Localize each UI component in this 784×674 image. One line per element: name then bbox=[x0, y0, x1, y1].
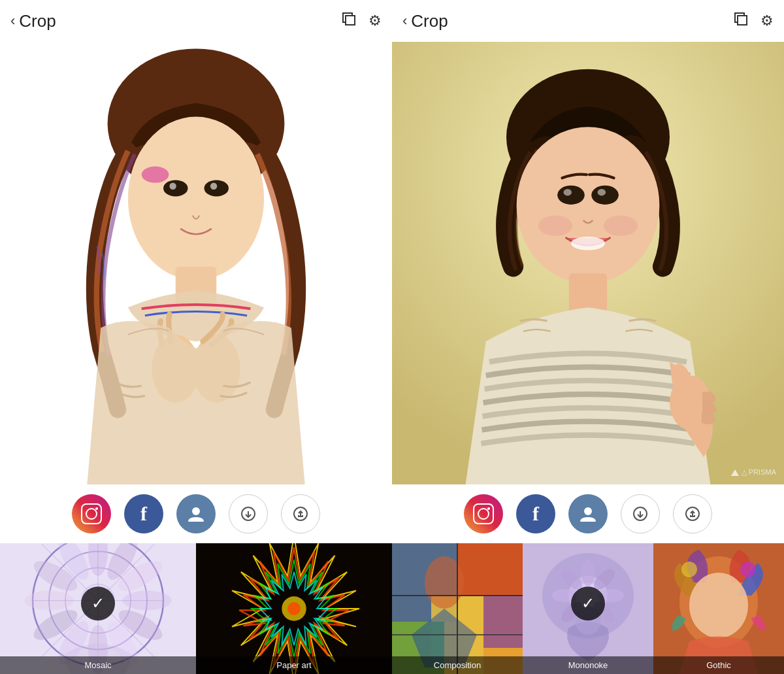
instagram-icon bbox=[81, 503, 102, 524]
paperart-thumb bbox=[196, 543, 392, 674]
left-header-actions: ⚙ bbox=[341, 11, 382, 31]
download-icon bbox=[241, 507, 255, 521]
svg-rect-65 bbox=[457, 543, 523, 596]
right-title: Crop bbox=[411, 11, 448, 31]
svg-rect-45 bbox=[738, 16, 747, 25]
left-settings-icon[interactable]: ⚙ bbox=[368, 14, 382, 28]
left-title: Crop bbox=[19, 11, 56, 31]
gothic-thumb bbox=[653, 543, 784, 674]
svg-point-60 bbox=[584, 507, 592, 515]
left-header: ‹ Crop ⚙ bbox=[0, 0, 392, 42]
svg-point-8 bbox=[204, 180, 228, 196]
share-icon bbox=[293, 507, 308, 521]
right-profile-icon bbox=[578, 504, 598, 524]
left-back-nav[interactable]: ‹ Crop bbox=[10, 11, 56, 31]
svg-point-13 bbox=[192, 507, 200, 515]
svg-point-7 bbox=[163, 180, 188, 196]
facebook-icon: f bbox=[140, 504, 147, 524]
composition-thumb bbox=[392, 543, 523, 674]
right-instagram-icon bbox=[473, 503, 494, 524]
left-filters-strip: ✓ Mosaic Paper art bbox=[0, 543, 392, 674]
svg-point-50 bbox=[538, 216, 572, 236]
svg-point-55 bbox=[598, 189, 606, 195]
mosaic-check: ✓ bbox=[81, 586, 115, 620]
left-instagram-button[interactable] bbox=[72, 494, 111, 533]
right-photo: △ PRISMA bbox=[392, 42, 784, 484]
mononoke-label: Mononoke bbox=[523, 656, 653, 674]
svg-point-52 bbox=[557, 186, 585, 205]
profile-icon bbox=[186, 504, 206, 524]
filter-paperart[interactable]: Paper art bbox=[196, 543, 392, 674]
left-chevron-icon: ‹ bbox=[10, 12, 15, 29]
mononoke-check: ✓ bbox=[571, 586, 605, 620]
svg-point-9 bbox=[169, 183, 176, 190]
svg-point-4 bbox=[128, 117, 264, 280]
left-photo: △ PRISMA bbox=[0, 42, 392, 484]
svg-point-89 bbox=[689, 573, 748, 638]
svg-rect-68 bbox=[483, 596, 523, 648]
mosaic-thumb: ✓ bbox=[0, 543, 196, 674]
right-filters-strip: Composition bbox=[392, 543, 784, 674]
left-profile-button[interactable] bbox=[176, 494, 216, 533]
right-facebook-button[interactable]: f bbox=[516, 494, 555, 533]
right-crop-icon[interactable] bbox=[733, 11, 749, 31]
svg-point-54 bbox=[564, 189, 572, 195]
mononoke-thumb: ✓ bbox=[523, 543, 653, 674]
svg-rect-1 bbox=[346, 16, 355, 25]
right-instagram-button[interactable] bbox=[464, 494, 503, 533]
right-photo-area: △ PRISMA bbox=[392, 42, 784, 484]
right-facebook-icon: f bbox=[532, 504, 539, 524]
svg-point-53 bbox=[591, 186, 619, 205]
right-share-icon bbox=[685, 507, 700, 521]
filter-mononoke[interactable]: ✓ Mononoke bbox=[523, 543, 653, 674]
svg-point-51 bbox=[604, 216, 638, 236]
right-share-bar: f bbox=[392, 484, 784, 543]
svg-point-78 bbox=[581, 560, 595, 586]
filter-composition[interactable]: Composition bbox=[392, 543, 523, 674]
filter-mosaic[interactable]: ✓ Mosaic bbox=[0, 543, 196, 674]
svg-point-90 bbox=[681, 562, 697, 577]
right-settings-icon[interactable]: ⚙ bbox=[760, 14, 774, 28]
paperart-label: Paper art bbox=[196, 656, 392, 674]
svg-point-49 bbox=[517, 127, 660, 284]
right-download-icon bbox=[633, 507, 647, 521]
right-chevron-icon: ‹ bbox=[402, 12, 407, 29]
left-facebook-button[interactable]: f bbox=[124, 494, 163, 533]
gothic-label: Gothic bbox=[653, 656, 784, 674]
right-download-button[interactable] bbox=[621, 494, 660, 533]
left-share-button[interactable] bbox=[281, 494, 320, 533]
right-watermark: △ PRISMA bbox=[731, 468, 776, 477]
svg-point-56 bbox=[571, 237, 605, 250]
right-back-nav[interactable]: ‹ Crop bbox=[402, 11, 448, 31]
right-profile-button[interactable] bbox=[568, 494, 608, 533]
left-watermark: △ PRISMA bbox=[339, 468, 384, 477]
filter-gothic[interactable]: Gothic bbox=[653, 543, 784, 674]
svg-point-6 bbox=[142, 167, 169, 183]
left-crop-icon[interactable] bbox=[341, 11, 357, 31]
right-share-button[interactable] bbox=[673, 494, 712, 533]
left-share-bar: f bbox=[0, 484, 392, 543]
right-header-actions: ⚙ bbox=[733, 11, 774, 31]
mosaic-label: Mosaic bbox=[0, 656, 196, 674]
left-download-button[interactable] bbox=[229, 494, 268, 533]
composition-label: Composition bbox=[392, 656, 523, 674]
left-photo-area: △ PRISMA bbox=[0, 42, 392, 484]
svg-point-10 bbox=[210, 183, 217, 190]
left-panel: ‹ Crop ⚙ bbox=[0, 0, 392, 674]
svg-point-43 bbox=[287, 602, 301, 615]
right-panel: ‹ Crop ⚙ bbox=[392, 0, 784, 674]
right-header: ‹ Crop ⚙ bbox=[392, 0, 784, 42]
svg-point-91 bbox=[740, 562, 756, 577]
